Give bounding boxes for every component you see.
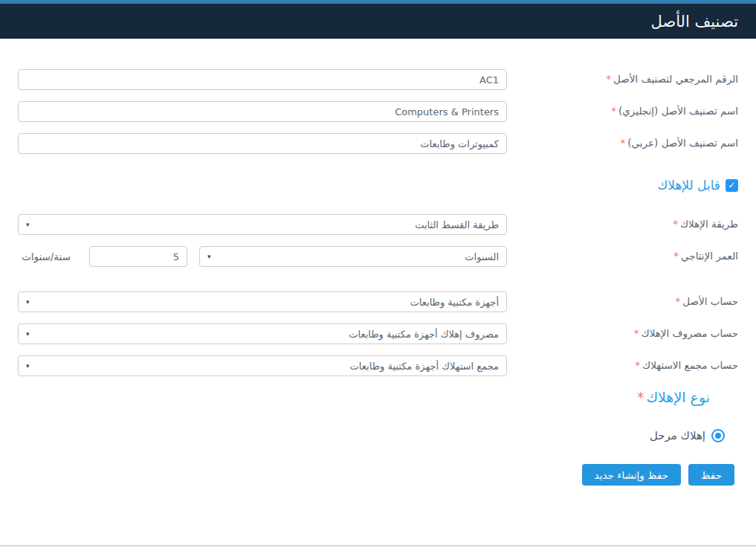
field-row-method: طريقة الإهلاك* طريقة القسط الثابت ▾ — [18, 214, 738, 235]
chevron-down-icon: ▾ — [207, 254, 211, 260]
asset-account-label-text: حساب الأصل — [682, 295, 738, 307]
field-row-asset-account: حساب الأصل* أجهزة مكتبية وطابعات ▾ — [18, 291, 738, 312]
required-asterisk: * — [635, 359, 640, 371]
required-asterisk: * — [637, 389, 644, 405]
reference-label: الرقم المرجعي لتصنيف الأصل* — [507, 73, 738, 86]
depreciation-type-heading-text: نوع الإهلاك — [646, 389, 710, 405]
useful-life-unit-hint: سنة/سنوات — [22, 251, 71, 262]
method-select-value: طريقة القسط الثابت — [415, 219, 499, 231]
radio-dot-icon — [715, 433, 721, 439]
accumulated-account-label-text: حساب مجمع الاستهلاك — [642, 359, 738, 371]
method-label: طريقة الإهلاك* — [507, 218, 738, 231]
chevron-down-icon: ▾ — [26, 331, 30, 338]
reference-input[interactable] — [18, 69, 507, 90]
useful-life-unit-select[interactable]: السنوات ▾ — [199, 246, 507, 267]
chevron-down-icon: ▾ — [26, 299, 30, 306]
form-content: الرقم المرجعي لتصنيف الأصل* اسم تصنيف ال… — [0, 39, 756, 486]
field-row-accumulated-account: حساب مجمع الاستهلاك* مجمع استهلاك أجهزة … — [18, 355, 738, 376]
depreciable-checkbox-row[interactable]: ✓ قابل للإهلاك — [18, 178, 738, 193]
useful-life-control: السنوات ▾ سنة/سنوات — [18, 246, 507, 267]
field-row-expense-account: حساب مصروف الإهلاك* مصروف إهلاك أجهزة مك… — [18, 323, 738, 344]
page-bottom-divider — [0, 545, 756, 547]
name-ar-label-text: اسم تصنيف الأصل (عربي) — [627, 137, 738, 149]
page-title: تصنيف الأصل — [650, 13, 738, 30]
expense-account-select-value: مصروف إهلاك أجهزة مكتبية وطابعات — [349, 329, 499, 340]
required-asterisk: * — [673, 218, 678, 230]
name-en-label: اسم تصنيف الأصل (إنجليزي)* — [507, 105, 738, 118]
asset-account-select-value: أجهزة مكتبية وطابعات — [410, 297, 499, 308]
name-en-control — [18, 101, 507, 122]
field-row-useful-life: العمر الإنتاجي* السنوات ▾ سنة/سنوات — [18, 246, 738, 267]
save-button[interactable]: حفظ — [688, 464, 734, 486]
chevron-down-icon: ▾ — [26, 363, 30, 370]
expense-account-control: مصروف إهلاك أجهزة مكتبية وطابعات ▾ — [18, 323, 507, 344]
useful-life-unit-value: السنوات — [465, 251, 499, 262]
accumulated-account-label: حساب مجمع الاستهلاك* — [507, 359, 738, 373]
expense-account-select[interactable]: مصروف إهلاك أجهزة مكتبية وطابعات ▾ — [18, 323, 507, 344]
asset-account-select[interactable]: أجهزة مكتبية وطابعات ▾ — [18, 291, 507, 312]
method-select[interactable]: طريقة القسط الثابت ▾ — [18, 214, 507, 235]
asset-classification-page: تصنيف الأصل الرقم المرجعي لتصنيف الأصل* … — [0, 0, 756, 548]
useful-life-label: العمر الإنتاجي* — [507, 250, 738, 263]
depreciation-type-heading: نوع الإهلاك* — [18, 387, 710, 407]
name-ar-control — [18, 133, 507, 154]
depreciable-label: قابل للإهلاك — [657, 178, 720, 193]
radio-selected-icon[interactable] — [711, 429, 725, 442]
required-asterisk: * — [611, 105, 616, 117]
asset-account-control: أجهزة مكتبية وطابعات ▾ — [18, 291, 507, 312]
check-icon: ✓ — [728, 181, 735, 190]
deferred-depreciation-radio-row[interactable]: إهلاك مرحل — [18, 429, 725, 442]
required-asterisk: * — [621, 137, 626, 149]
field-row-name-en: اسم تصنيف الأصل (إنجليزي)* — [18, 101, 738, 122]
required-asterisk: * — [634, 327, 639, 339]
reference-label-text: الرقم المرجعي لتصنيف الأصل — [613, 73, 738, 85]
asset-account-label: حساب الأصل* — [507, 295, 738, 309]
name-ar-input[interactable] — [18, 133, 507, 154]
field-row-reference: الرقم المرجعي لتصنيف الأصل* — [18, 69, 738, 90]
name-ar-label: اسم تصنيف الأصل (عربي)* — [507, 137, 738, 150]
field-row-name-ar: اسم تصنيف الأصل (عربي)* — [18, 133, 738, 154]
useful-life-label-text: العمر الإنتاجي — [681, 250, 738, 262]
required-asterisk: * — [676, 295, 681, 307]
accumulated-account-control: مجمع استهلاك أجهزة مكتبية وطابعات ▾ — [18, 355, 507, 376]
reference-control — [18, 69, 507, 90]
accumulated-account-select-value: مجمع استهلاك أجهزة مكتبية وطابعات — [350, 361, 499, 372]
form-actions: حفظ حفظ وإنشاء جديد — [18, 464, 734, 486]
required-asterisk: * — [673, 250, 679, 262]
method-label-text: طريقة الإهلاك — [680, 218, 738, 230]
save-and-new-button[interactable]: حفظ وإنشاء جديد — [582, 464, 681, 486]
accumulated-account-select[interactable]: مجمع استهلاك أجهزة مكتبية وطابعات ▾ — [18, 355, 507, 376]
name-en-label-text: اسم تصنيف الأصل (إنجليزي) — [618, 105, 738, 117]
checkbox-checked-icon[interactable]: ✓ — [726, 179, 738, 192]
required-asterisk: * — [606, 73, 611, 85]
useful-life-value-input[interactable] — [89, 246, 187, 267]
page-header: تصنيف الأصل — [0, 4, 756, 39]
method-control: طريقة القسط الثابت ▾ — [18, 214, 507, 235]
chevron-down-icon: ▾ — [26, 222, 30, 228]
name-en-input[interactable] — [18, 101, 507, 122]
expense-account-label: حساب مصروف الإهلاك* — [507, 327, 738, 341]
deferred-depreciation-label: إهلاك مرحل — [650, 429, 705, 442]
expense-account-label-text: حساب مصروف الإهلاك — [642, 327, 738, 339]
